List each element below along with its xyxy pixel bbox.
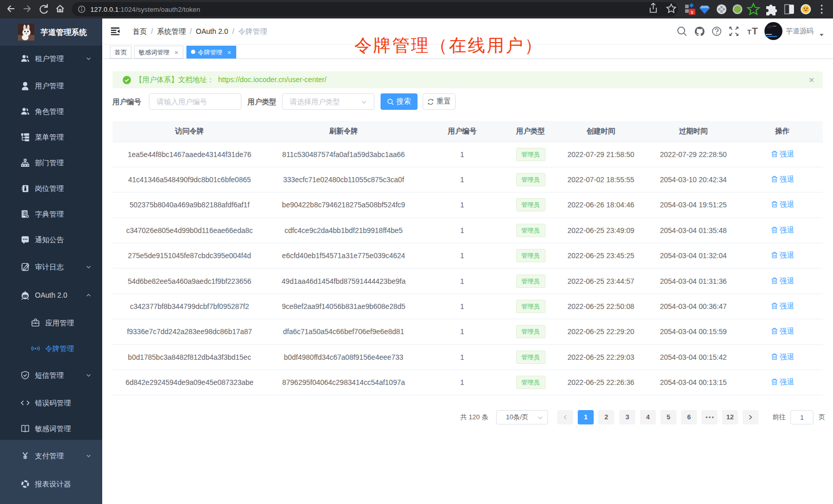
svg-text:9: 9 <box>691 10 693 15</box>
svg-text:T: T <box>752 26 758 36</box>
svg-text:T: T <box>747 28 751 36</box>
